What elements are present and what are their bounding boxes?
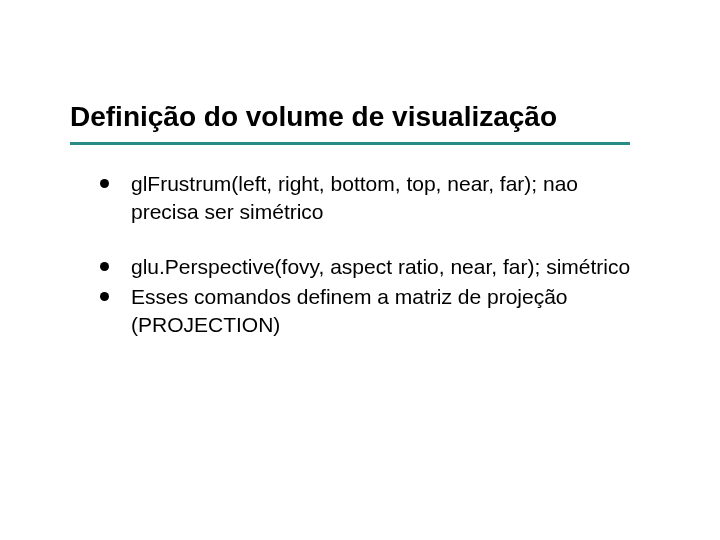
slide: Definição do volume de visualização glFr… bbox=[0, 0, 720, 540]
bullet-icon bbox=[100, 262, 109, 271]
bullet-icon bbox=[100, 179, 109, 188]
bullet-icon bbox=[100, 292, 109, 301]
title-underline bbox=[70, 142, 630, 145]
list-item: glFrustrum(left, right, bottom, top, nea… bbox=[100, 170, 640, 227]
list-item-text: Esses comandos definem a matriz de proje… bbox=[131, 283, 640, 340]
list-item-text: glu.Perspective(fovy, aspect ratio, near… bbox=[131, 253, 630, 281]
title-wrap: Definição do volume de visualização bbox=[70, 100, 660, 145]
list-item-text: glFrustrum(left, right, bottom, top, nea… bbox=[131, 170, 640, 227]
slide-title: Definição do volume de visualização bbox=[70, 100, 660, 140]
list-item: glu.Perspective(fovy, aspect ratio, near… bbox=[100, 253, 640, 281]
slide-body: glFrustrum(left, right, bottom, top, nea… bbox=[100, 170, 640, 366]
bullet-group: glFrustrum(left, right, bottom, top, nea… bbox=[100, 170, 640, 227]
list-item: Esses comandos definem a matriz de proje… bbox=[100, 283, 640, 340]
bullet-group: glu.Perspective(fovy, aspect ratio, near… bbox=[100, 253, 640, 340]
